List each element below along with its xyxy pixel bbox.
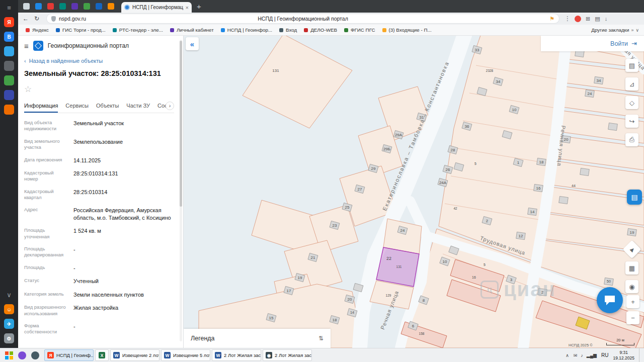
sidebar-app-icon[interactable]: ∨	[4, 290, 14, 300]
pinned-tab[interactable]	[47, 3, 54, 10]
layers-tool[interactable]: ▤	[625, 59, 638, 72]
tray-icons: ✉♪▂▄▆	[574, 353, 597, 358]
bookmark-item[interactable]: Личный кабинет	[167, 26, 217, 34]
other-bookmarks-button[interactable]: Другие закладки » ∨	[591, 27, 644, 33]
tab-Информация[interactable]: Информация	[24, 100, 58, 113]
panel-scrollbar[interactable]	[180, 40, 182, 341]
field-row: Кадастровый номер28:25:010314:131	[24, 170, 174, 183]
login-button[interactable]: Войти	[610, 40, 628, 47]
share-tool[interactable]: ↪	[625, 115, 638, 128]
pinned-tab[interactable]	[71, 3, 78, 10]
building	[559, 196, 569, 204]
sidebar-app-icon[interactable]: ⚙	[4, 333, 14, 343]
app-icon[interactable]	[31, 351, 39, 359]
tray-icon[interactable]: ▂▄▆	[587, 353, 597, 358]
back-button[interactable]: ←	[20, 15, 31, 22]
cadastral-map[interactable]: 1313129А29Б29272523211917152018143323283…	[184, 36, 644, 348]
tab-Части ЗУ[interactable]: Части ЗУ	[126, 100, 150, 113]
map-scale: 20 м	[606, 338, 634, 345]
extension-icon[interactable]: ↓	[605, 16, 608, 22]
tray-icon[interactable]: ♪	[581, 353, 583, 358]
sidebar-app-icon[interactable]: ≡	[4, 3, 14, 13]
language-indicator[interactable]: RU	[601, 352, 608, 358]
bookmark-favicon	[26, 28, 30, 32]
taskbar-clock[interactable]: 9:31 19.12.2025	[613, 350, 634, 360]
show-desktop-button[interactable]	[639, 348, 642, 362]
pinned-tab[interactable]	[23, 3, 30, 10]
field-row: СтатусУчтенный	[24, 278, 174, 285]
taskbar-window-button[interactable]: WИзвещение 5 лот...	[161, 349, 210, 361]
back-to-results-link[interactable]: ‹ Назад в найденные объекты	[24, 58, 174, 64]
pinned-tab[interactable]	[96, 3, 102, 10]
taskbar-window-button[interactable]: X	[95, 349, 109, 361]
parcel-number: 14	[350, 311, 354, 314]
extension-icon[interactable]	[575, 16, 581, 22]
measure-tool[interactable]: ⊿	[625, 77, 638, 90]
layers-panel-button[interactable]: ▤	[627, 190, 642, 205]
taskbar-window-button[interactable]: ЯНСПД | Геоинф...	[44, 349, 94, 361]
basemap-tool[interactable]: ▦	[625, 261, 638, 275]
clock-date: 19.12.2025	[613, 355, 634, 361]
search-icon[interactable]	[18, 351, 26, 359]
sidebar-app-icon[interactable]: ✈	[4, 319, 14, 329]
bookmark-item[interactable]: РТС-тендер - эле...	[109, 26, 167, 34]
scrollbar-thumb[interactable]	[180, 41, 182, 207]
field-label: Площадь декларированная	[24, 246, 68, 258]
window-app-icon: W	[113, 352, 120, 358]
print-tool[interactable]: ⎙	[625, 133, 638, 146]
menu-icon[interactable]: ≡	[24, 42, 29, 50]
favorite-star-icon[interactable]: ☆	[24, 84, 174, 95]
parcel-number: 2328	[486, 69, 494, 72]
start-button[interactable]	[5, 351, 13, 359]
bookmark-item[interactable]: НСПД | Геоинфор...	[217, 26, 276, 34]
bookmark-item[interactable]: (3) Входящие - П...	[379, 26, 435, 34]
sidebar-app-icon[interactable]: В	[4, 32, 14, 42]
pinned-tab[interactable]	[35, 3, 42, 10]
collapse-panel-button[interactable]: «	[186, 37, 199, 50]
field-value: Земли населенных пунктов	[73, 291, 174, 299]
sidebar-app-icon[interactable]	[4, 105, 14, 115]
chat-button[interactable]	[597, 287, 623, 313]
tray-icon[interactable]: ✉	[574, 353, 578, 358]
legend-expand-icon[interactable]: ⇅	[318, 335, 324, 342]
new-tab-button[interactable]: +	[197, 2, 201, 11]
bookmark-item[interactable]: ГИС Торги - прод...	[52, 26, 109, 34]
parcel-number: 29	[371, 166, 376, 171]
tab-Объекты[interactable]: Объекты	[96, 100, 119, 113]
extension-icon[interactable]: ▤	[595, 16, 600, 22]
map-canvas[interactable]: 1313129А29Б29272523211917152018143323283…	[184, 36, 644, 348]
active-tab[interactable]: НСПД | Геоинформац... ×	[121, 2, 192, 13]
area-tool[interactable]: ◇	[625, 96, 638, 109]
extension-icon[interactable]: ⊞	[586, 16, 590, 22]
field-row: Категория земельЗемли населенных пунктов	[24, 291, 174, 299]
tab-Сервисы[interactable]: Сервисы	[65, 100, 89, 113]
pinned-tab[interactable]	[108, 3, 114, 10]
sidebar-app-icon[interactable]	[4, 46, 14, 56]
bookmark-item[interactable]: Вход	[276, 26, 300, 34]
refresh-button[interactable]: ↻	[31, 15, 42, 22]
bookmark-item[interactable]: Яндекс	[22, 26, 52, 34]
sidebar-app-icon[interactable]: ☺	[4, 304, 14, 314]
taskbar-window-button[interactable]: ◉2 Лот Жилая заст...	[263, 349, 312, 361]
zoom-out-button[interactable]: −	[626, 311, 639, 324]
overlay-tool[interactable]: ◉	[625, 280, 638, 293]
omnibox-menu-icon[interactable]: ⋮	[564, 15, 572, 22]
sidebar-app-icon[interactable]	[4, 75, 14, 85]
bookmark-item[interactable]: ФГИС ПГС	[341, 26, 379, 34]
tray-chevron-icon[interactable]: ∧	[566, 353, 569, 358]
pinned-tab[interactable]	[59, 3, 66, 10]
taskbar-window-button[interactable]: WИзвещение 2 лот...	[110, 349, 159, 361]
bookmark-item[interactable]: ДЕЛО-WEB	[300, 26, 341, 34]
sidebar-app-icon[interactable]	[4, 90, 14, 100]
field-value: Российская Федерация, Амурская область, …	[73, 207, 174, 221]
legend-bar[interactable]: Легенда ⇅	[184, 329, 331, 348]
tabs-scroll-arrow[interactable]: ›	[166, 102, 174, 110]
zoom-in-button[interactable]: +	[626, 295, 639, 308]
sidebar-app-icon[interactable]	[4, 61, 14, 71]
omnibox[interactable]: nspd.gov.ru НСПД | Геоинформационный пор…	[46, 14, 559, 24]
pinned-tab[interactable]	[84, 3, 90, 10]
sidebar-app-icon[interactable]: Я	[4, 17, 14, 27]
bookmark-flag-icon[interactable]: ⚑	[549, 16, 554, 22]
tab-close-icon[interactable]: ×	[186, 5, 189, 11]
taskbar-window-button[interactable]: W2 Лот Жилая заст...	[212, 349, 261, 361]
